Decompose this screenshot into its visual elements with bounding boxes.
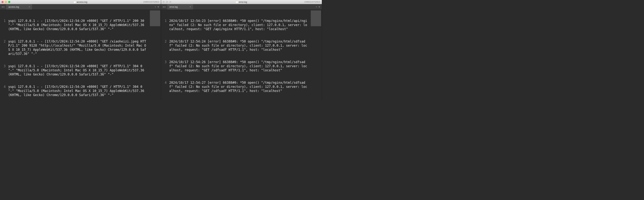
tab-label: error.log	[170, 6, 178, 8]
maximize-window-icon[interactable]	[169, 1, 172, 3]
tab-bar: ◀ ▶ error.log × + ▼	[161, 4, 322, 10]
window-title-text: error.log	[239, 1, 247, 3]
log-line: 12024/10/17 12:54:23 [error] 66388#0: *5…	[161, 19, 322, 31]
window-title-text: access.log	[77, 1, 88, 3]
nav-forward-icon[interactable]: ▶	[164, 6, 166, 8]
line-number: 3	[161, 60, 169, 72]
tab-dropdown-icon[interactable]: ▼	[158, 6, 159, 8]
minimize-window-icon[interactable]	[5, 1, 7, 3]
tab-nav: ◀ ▶	[161, 4, 167, 10]
tab-bar: ◀ ▶ access.log × + ▼	[0, 4, 161, 10]
line-number: 4	[0, 85, 8, 97]
editor-pane-left: access.log UNREGISTERED ◀ ▶ access.log ×…	[0, 0, 161, 100]
registration-status: UNREGISTERED	[143, 1, 159, 3]
nav-back-icon[interactable]: ◀	[162, 6, 164, 8]
minimize-window-icon[interactable]	[166, 1, 168, 3]
log-text[interactable]: yupi 127.0.0.1 - - [17/Oct/2024:12:54:20…	[8, 64, 161, 76]
minimap[interactable]	[150, 11, 160, 26]
nav-forward-icon[interactable]: ▶	[4, 6, 5, 8]
traffic-lights	[162, 1, 172, 3]
editor-pane-right: error.log UNREGISTERED ◀ ▶ error.log × +…	[161, 0, 322, 100]
file-tab[interactable]: error.log ×	[167, 4, 194, 10]
window-titlebar: error.log UNREGISTERED	[161, 0, 322, 4]
log-line: 32024/10/17 12:54:26 [error] 66388#0: *5…	[161, 60, 322, 72]
line-number: 1	[0, 19, 8, 31]
log-text[interactable]: yupi 127.0.0.1 - - [17/Oct/2024:12:54:20…	[8, 39, 161, 56]
tab-bar-actions: + ▼	[153, 4, 161, 10]
close-window-icon[interactable]	[2, 1, 4, 3]
log-line: 42024/10/17 12:54:27 [error] 66388#0: *5…	[161, 81, 322, 93]
file-icon	[236, 1, 238, 3]
nav-back-icon[interactable]: ◀	[2, 6, 3, 8]
log-text[interactable]: 2024/10/17 12:54:26 [error] 66388#0: *50…	[169, 60, 322, 72]
file-icon	[74, 1, 76, 3]
log-text[interactable]: 2024/10/17 12:54:23 [error] 66388#0: *50…	[169, 19, 322, 31]
tab-nav: ◀ ▶	[0, 4, 6, 10]
line-number: 4	[161, 81, 169, 93]
window-title: access.log	[74, 1, 88, 3]
traffic-lights	[2, 1, 10, 3]
log-text[interactable]: 2024/10/17 12:54:24 [error] 66388#0: *50…	[169, 39, 322, 52]
log-text[interactable]: yupi 127.0.0.1 - - [17/Oct/2024:12:54:20…	[8, 85, 161, 97]
editor-area[interactable]: 12024/10/17 12:54:23 [error] 66388#0: *5…	[161, 10, 322, 100]
new-tab-icon[interactable]: +	[155, 6, 156, 8]
tab-bar-actions: + ▼	[314, 4, 322, 10]
log-text[interactable]: 2024/10/17 12:54:27 [error] 66388#0: *50…	[169, 81, 322, 93]
code-content[interactable]: 12024/10/17 12:54:23 [error] 66388#0: *5…	[161, 10, 322, 100]
line-number: 2	[161, 39, 169, 52]
window-title: error.log	[236, 1, 247, 3]
new-tab-icon[interactable]: +	[316, 6, 317, 8]
editor-area[interactable]: 1yupi 127.0.0.1 - - [17/Oct/2024:12:54:2…	[0, 10, 161, 100]
close-window-icon[interactable]	[162, 1, 165, 3]
line-number: 2	[0, 39, 8, 56]
tab-label: access.log	[8, 6, 19, 8]
window-titlebar: access.log UNREGISTERED	[0, 0, 161, 4]
log-line: 22024/10/17 12:54:24 [error] 66388#0: *5…	[161, 39, 322, 52]
code-content[interactable]: 1yupi 127.0.0.1 - - [17/Oct/2024:12:54:2…	[0, 10, 161, 100]
close-tab-icon[interactable]: ×	[29, 6, 30, 8]
log-line: 2yupi 127.0.0.1 - - [17/Oct/2024:12:54:2…	[0, 39, 161, 56]
maximize-window-icon[interactable]	[8, 1, 10, 3]
registration-status: UNREGISTERED	[304, 1, 320, 3]
log-line: 3yupi 127.0.0.1 - - [17/Oct/2024:12:54:2…	[0, 64, 161, 76]
line-number: 1	[161, 19, 169, 31]
tab-dropdown-icon[interactable]: ▼	[319, 6, 320, 8]
log-line: 4yupi 127.0.0.1 - - [17/Oct/2024:12:54:2…	[0, 85, 161, 97]
log-line: 1yupi 127.0.0.1 - - [17/Oct/2024:12:54:2…	[0, 19, 161, 31]
log-text[interactable]: yupi 127.0.0.1 - - [17/Oct/2024:12:54:20…	[8, 19, 161, 31]
minimap[interactable]	[311, 11, 321, 26]
file-tab[interactable]: access.log ×	[6, 4, 32, 10]
line-number: 3	[0, 64, 8, 76]
close-tab-icon[interactable]: ×	[190, 6, 191, 8]
